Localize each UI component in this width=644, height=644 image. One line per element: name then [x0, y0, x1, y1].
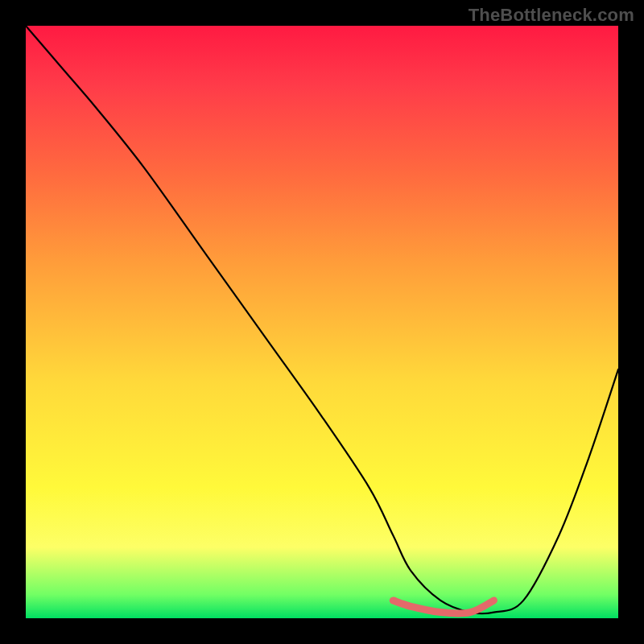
- bottleneck-curve: [26, 26, 618, 613]
- attribution-text: TheBottleneck.com: [469, 5, 634, 26]
- plot-area: [26, 26, 618, 618]
- curve-layer: [26, 26, 618, 618]
- chart-frame: TheBottleneck.com: [0, 0, 644, 644]
